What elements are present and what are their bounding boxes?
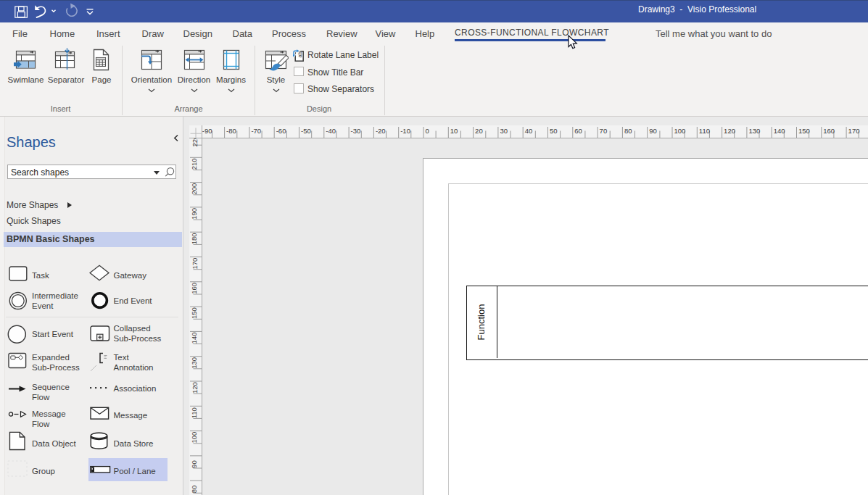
svg-text:90: 90 (191, 460, 199, 468)
svg-text:100: 100 (191, 432, 199, 444)
svg-text:160: 160 (191, 283, 199, 294)
svg-text:130: 130 (191, 357, 199, 369)
svg-text:160: 160 (823, 127, 835, 135)
svg-text:80: 80 (191, 486, 199, 494)
svg-text:200: 200 (191, 183, 199, 195)
svg-text:120: 120 (191, 382, 199, 394)
svg-text:130: 130 (748, 127, 760, 135)
svg-text:210: 210 (191, 158, 199, 170)
svg-text:90: 90 (649, 127, 657, 135)
svg-text:-20: -20 (376, 127, 386, 135)
svg-text:140: 140 (191, 333, 199, 344)
svg-text:100: 100 (674, 127, 686, 135)
svg-text:40: 40 (525, 127, 533, 135)
svg-text:-50: -50 (301, 127, 311, 135)
svg-text:170: 170 (191, 258, 199, 270)
svg-text:-70: -70 (251, 127, 261, 135)
svg-text:170: 170 (848, 127, 860, 135)
svg-text:70: 70 (600, 127, 608, 135)
svg-text:-80: -80 (226, 127, 236, 135)
svg-text:60: 60 (574, 127, 582, 135)
svg-text:20: 20 (475, 127, 483, 135)
svg-text:0: 0 (426, 127, 429, 135)
svg-text:-30: -30 (351, 127, 361, 135)
svg-text:-60: -60 (276, 127, 286, 135)
svg-text:ab: ab (297, 51, 303, 57)
svg-text:50: 50 (550, 127, 558, 135)
svg-text:180: 180 (191, 233, 199, 244)
svg-text:150: 150 (798, 127, 810, 135)
svg-text:-10: -10 (400, 127, 410, 135)
svg-text:80: 80 (624, 127, 632, 135)
svg-text:110: 110 (699, 127, 710, 135)
svg-text:220: 220 (191, 138, 199, 147)
svg-text:-40: -40 (326, 127, 336, 135)
svg-text:190: 190 (191, 208, 199, 220)
svg-text:150: 150 (191, 307, 199, 319)
svg-text:120: 120 (724, 127, 735, 135)
svg-text:-90: -90 (202, 127, 212, 135)
svg-text:140: 140 (774, 127, 785, 135)
svg-text:30: 30 (500, 127, 508, 135)
svg-text:110: 110 (191, 407, 199, 418)
svg-text:10: 10 (450, 127, 458, 135)
